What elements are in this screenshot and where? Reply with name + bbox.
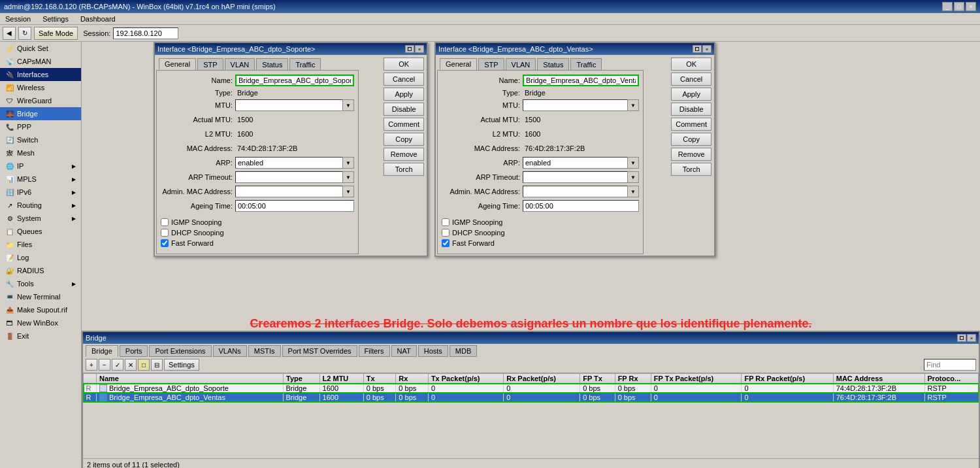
dialog2-tab-traffic[interactable]: Traffic [570, 58, 602, 70]
dialog2-mtu-dropdown[interactable]: ▼ [627, 99, 639, 111]
dialog1-actualmtu-input[interactable] [235, 114, 354, 125]
dialog2-apply-button[interactable]: Apply [671, 88, 711, 101]
bridge-tab-filters[interactable]: Filters [359, 345, 390, 357]
dialog1-cancel-button[interactable]: Cancel [384, 73, 424, 86]
dialog1-fastforward-checkbox[interactable] [161, 239, 169, 247]
dialog2-mac-input[interactable] [523, 142, 639, 154]
dialog2-ageing-input[interactable] [523, 200, 639, 212]
dialog2-actualmtu-input[interactable] [523, 114, 639, 125]
bridge-tab-nat[interactable]: NAT [391, 345, 417, 357]
bridge-edit-button[interactable]: ✓ [112, 359, 123, 371]
dialog2-tab-general[interactable]: General [440, 58, 477, 70]
dialog1-mtu-dropdown[interactable]: ▼ [342, 99, 354, 111]
sidebar-item-ip[interactable]: 🌐 IP ▶ [0, 159, 81, 173]
sidebar-item-makesupout[interactable]: 📤 Make Supout.rif [0, 303, 81, 316]
bridge-copy-button[interactable]: □ [138, 359, 150, 371]
minimize-button[interactable]: _ [942, 2, 953, 11]
dialog2-cancel-button[interactable]: Cancel [671, 73, 711, 86]
dialog2-comment-button[interactable]: Comment [671, 118, 711, 131]
sidebar-item-tools[interactable]: 🔧 Tools ▶ [0, 277, 81, 290]
sidebar-item-routing[interactable]: ↗ Routing ▶ [0, 199, 81, 212]
dialog2-fastforward-checkbox[interactable] [442, 239, 449, 247]
dialog1-arp-input[interactable] [235, 157, 354, 169]
refresh-button[interactable]: ↻ [18, 27, 31, 40]
sidebar-item-exit[interactable]: 🚪 Exit [0, 329, 81, 343]
table-row[interactable]: R Bridge_Empresa_ABC_dpto_Soporte Bridge… [84, 384, 979, 393]
dialog1-close-button[interactable]: × [415, 45, 424, 53]
dialog1-comment-button[interactable]: Comment [384, 118, 424, 131]
dialog2-igmp-checkbox[interactable] [442, 218, 449, 226]
dialog2-title-buttons[interactable]: ⧠ × [693, 45, 711, 53]
dialog2-arptimeout-dropdown[interactable]: ▼ [627, 171, 639, 183]
dialog1-tab-vlan[interactable]: VLAN [225, 58, 255, 70]
dialog1-tab-stp[interactable]: STP [197, 58, 223, 70]
sidebar-item-wireless[interactable]: 📶 Wireless [0, 81, 81, 94]
dialog1-copy-button[interactable]: Copy [384, 133, 424, 146]
bridge-remove-button[interactable]: − [99, 359, 110, 371]
bridge-tab-hosts[interactable]: Hosts [418, 345, 448, 357]
dialog2-ok-button[interactable]: OK [671, 58, 711, 71]
title-bar-buttons[interactable]: _ □ × [942, 2, 976, 11]
dialog2-tab-vlan[interactable]: VLAN [506, 58, 536, 70]
dialog1-mtu-input[interactable] [235, 99, 354, 111]
dialog2-tab-stp[interactable]: STP [478, 58, 504, 70]
dialog2-name-input[interactable] [523, 75, 639, 86]
dialog2-tab-status[interactable]: Status [537, 58, 569, 70]
bridge-tab-mstis[interactable]: MSTIs [248, 345, 281, 357]
dialog2-close-button[interactable]: × [702, 45, 711, 53]
sidebar-item-quickset[interactable]: ⚡ Quick Set [0, 42, 81, 55]
dialog1-l2mtu-input[interactable] [235, 128, 354, 140]
dialog2-remove-button[interactable]: Remove [671, 148, 711, 161]
close-button[interactable]: × [966, 2, 976, 11]
sidebar-item-radius[interactable]: 🔐 RADIUS [0, 264, 81, 277]
dialog2-dhcp-checkbox[interactable] [442, 229, 449, 237]
dialog1-mac-input[interactable] [235, 142, 354, 154]
sidebar-item-ipv6[interactable]: 🔢 IPv6 ▶ [0, 186, 81, 199]
menu-session[interactable]: Session [3, 15, 33, 23]
dialog2-disable-button[interactable]: Disable [671, 103, 711, 116]
maximize-button[interactable]: □ [954, 2, 964, 11]
dialog2-restore-button[interactable]: ⧠ [693, 45, 702, 53]
bridge-tab-portextensions[interactable]: Port Extensions [149, 345, 211, 357]
safe-mode-button[interactable]: Safe Mode [34, 27, 78, 40]
sidebar-item-files[interactable]: 📁 Files [0, 238, 81, 251]
dialog1-tab-traffic[interactable]: Traffic [289, 58, 321, 70]
dialog1-arptimeout-input[interactable] [235, 171, 354, 183]
dialog1-title-buttons[interactable]: ⧠ × [405, 45, 424, 53]
menu-dashboard[interactable]: Dashboard [78, 15, 118, 23]
back-button[interactable]: ◀ [3, 27, 16, 40]
sidebar-item-queues[interactable]: 📋 Queues [0, 225, 81, 238]
dialog1-ageing-input[interactable] [235, 200, 354, 212]
sidebar-item-system[interactable]: ⚙ System ▶ [0, 212, 81, 225]
dialog1-tab-status[interactable]: Status [256, 58, 288, 70]
bridge-tab-mdb[interactable]: MDB [449, 345, 477, 357]
bridge-add-button[interactable]: + [86, 359, 97, 371]
sidebar-item-newwinbox[interactable]: 🗔 New WinBox [0, 316, 81, 329]
dialog2-torch-button[interactable]: Torch [671, 163, 711, 176]
sidebar-item-mesh[interactable]: 🕸 Mesh [0, 146, 81, 159]
bridge-window-title-buttons[interactable]: ⧠ × [957, 334, 976, 342]
bridge-find-input[interactable] [924, 359, 976, 371]
sidebar-item-capsman[interactable]: 📡 CAPsMAN [0, 55, 81, 68]
sidebar-item-mpls[interactable]: 📊 MPLS ▶ [0, 173, 81, 186]
bridge-tab-vlans[interactable]: VLANs [213, 345, 247, 357]
bridge-tab-portmstoverrides[interactable]: Port MST Overrides [282, 345, 357, 357]
dialog1-name-input[interactable] [235, 75, 354, 86]
dialog2-adminmac-dropdown[interactable]: ▼ [627, 186, 639, 197]
dialog2-adminmac-input[interactable] [523, 186, 639, 197]
dialog1-adminmac-dropdown[interactable]: ▼ [342, 186, 354, 197]
bridge-tab-bridge[interactable]: Bridge [86, 345, 118, 357]
dialog1-torch-button[interactable]: Torch [384, 163, 424, 176]
dialog1-dhcp-checkbox[interactable] [161, 229, 169, 237]
sidebar-item-bridge[interactable]: 🌉 Bridge [0, 107, 81, 120]
sidebar-item-switch[interactable]: 🔄 Switch [0, 133, 81, 146]
dialog1-arptimeout-dropdown[interactable]: ▼ [342, 171, 354, 183]
sidebar-item-ppp[interactable]: 📞 PPP [0, 120, 81, 133]
dialog1-arp-dropdown[interactable]: ▼ [342, 157, 354, 169]
dialog2-copy-button[interactable]: Copy [671, 133, 711, 146]
dialog1-tab-general[interactable]: General [159, 58, 196, 70]
table-row[interactable]: R Bridge_Empresa_ABC_dpto_Ventas Bridge … [84, 393, 979, 402]
bridge-tab-ports[interactable]: Ports [120, 345, 148, 357]
sidebar-item-newterminal[interactable]: 💻 New Terminal [0, 290, 81, 303]
bridge-settings-button[interactable]: Settings [164, 359, 199, 371]
